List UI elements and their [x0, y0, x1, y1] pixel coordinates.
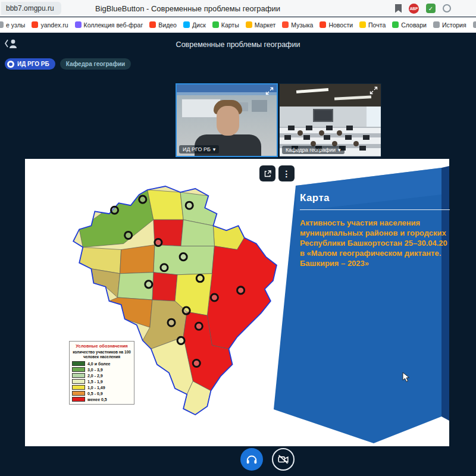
person-silhouette — [217, 106, 239, 136]
bookmark-item[interactable]: Музыка — [282, 21, 313, 29]
panel-divider — [300, 209, 450, 210]
legend-row: 2,0 - 2,9 — [72, 373, 131, 378]
webcam-name-dropdown[interactable]: ИД РГО РБ ▾ — [179, 145, 219, 154]
bookmark-label: Маркет — [255, 21, 276, 29]
bookmark-item[interactable]: Маркет — [246, 21, 276, 29]
mouse-cursor — [402, 372, 411, 383]
badge-label: Кафедра географии — [66, 61, 125, 67]
bookmark-label: е узлы — [6, 21, 25, 29]
bookmark-item[interactable]: Карты — [212, 21, 239, 29]
legend-row-label: 1,5 - 1,9 — [87, 380, 103, 384]
webcam-area: ИД РГО РБ ▾ — [176, 83, 381, 157]
profile-circle-icon[interactable] — [443, 4, 451, 12]
bookmark-item[interactable]: Коллекция веб-фраг — [75, 21, 143, 29]
favicon — [359, 21, 366, 28]
legend-subtitle: количество участников на 100 человек нас… — [72, 350, 131, 359]
address-bar[interactable]: bbb7.omgpu.ru — [1, 2, 61, 15]
webcam-id-rgo-rb[interactable]: ИД РГО РБ ▾ — [176, 83, 278, 157]
camera-off-button[interactable] — [272, 448, 295, 471]
legend-row-label: 2,0 - 2,9 — [87, 374, 103, 378]
bookmark-item[interactable]: Новости — [320, 21, 353, 29]
bookmark-item[interactable]: Диск — [183, 21, 206, 29]
legend-row-label: 0,5 - 0,9 — [87, 392, 103, 396]
favicon — [0, 21, 4, 28]
bookmark-label: Музыка — [291, 21, 313, 29]
monitor — [359, 146, 366, 151]
webcam-kafedra-geografii[interactable]: Кафедра географии ▾ — [279, 83, 381, 157]
chevron-down-icon: ▾ — [213, 146, 216, 152]
legend-row: 0,5 - 0,9 — [72, 391, 131, 396]
bookmark-label: Словари — [401, 21, 427, 29]
legend-row-label: 4,0 и более — [87, 362, 111, 366]
chevron-down-icon: ▾ — [338, 147, 341, 153]
slide-panel-text: Карта Активность участия населения муниц… — [300, 192, 450, 268]
legend-color-swatch — [72, 367, 85, 372]
adblock-extension-icon[interactable]: ABP — [409, 4, 419, 14]
bookmark-item[interactable]: Словари — [392, 21, 427, 29]
legend-color-swatch — [72, 391, 85, 396]
favicon — [392, 21, 399, 28]
legend-row-label: 3,0 - 3,9 — [87, 368, 103, 372]
legend-row: 4,0 и более — [72, 361, 131, 366]
slide-controls: ⋮ — [259, 165, 295, 181]
favicon — [32, 21, 38, 28]
webcam-name-dropdown[interactable]: Кафедра географии ▾ — [282, 146, 345, 154]
favicon — [282, 21, 289, 28]
bookmark-flag-icon[interactable] — [395, 4, 402, 13]
monitor — [326, 126, 333, 130]
bookmark-item[interactable]: Почта — [359, 21, 386, 29]
legend-rows: 4,0 и более 3,0 - 3,9 2,0 - 2,9 — [72, 361, 131, 402]
legend-row: менее 0,5 — [72, 397, 131, 402]
monitor — [346, 126, 353, 130]
webcam-name: ИД РГО РБ — [183, 146, 211, 152]
audio-indicator-icon — [7, 61, 14, 68]
audio-button[interactable] — [240, 448, 263, 471]
presentation-slide: ⋮ — [25, 159, 449, 446]
fullscreen-icon[interactable] — [369, 86, 378, 97]
bookmark-label: Видео — [158, 21, 177, 29]
slide-menu-button[interactable]: ⋮ — [278, 165, 295, 181]
shield-check-icon[interactable]: ✓ — [426, 4, 436, 13]
bookmark-label: Новости — [328, 21, 353, 29]
browser-topbar: bbb7.omgpu.ru BigBlueButton - Современны… — [0, 0, 476, 17]
legend-row: 1,0 - 1,49 — [72, 385, 131, 390]
legend-row: 3,0 - 3,9 — [72, 367, 131, 372]
person-head — [298, 130, 303, 136]
action-bar — [240, 448, 295, 471]
favicon — [149, 21, 156, 28]
breakout-badges: ИД РГО РБ Кафедра географии — [5, 58, 131, 70]
bookmark-item[interactable]: Настройки — [473, 21, 476, 29]
fullscreen-icon[interactable] — [265, 87, 274, 98]
legend-row-label: менее 0,5 — [87, 397, 107, 402]
open-external-button[interactable] — [259, 165, 275, 181]
legend-color-swatch — [72, 373, 85, 378]
bookmark-item[interactable]: Видео — [149, 21, 177, 29]
bookmark-item[interactable]: е узлы — [0, 21, 25, 29]
bookmark-item[interactable]: История — [433, 21, 466, 29]
badge-id-rgo-rb[interactable]: ИД РГО РБ — [5, 58, 55, 70]
legend-color-swatch — [72, 397, 85, 402]
person-head — [337, 130, 342, 136]
monitor — [324, 135, 330, 140]
bookmark-item[interactable]: yandex.ru — [32, 21, 68, 29]
favicon — [246, 21, 252, 28]
legend-row: 1,5 - 1,9 — [72, 379, 131, 384]
monitor — [345, 135, 352, 140]
legend-row-label: 1,0 - 1,49 — [87, 386, 105, 390]
favicon — [433, 21, 440, 28]
open-external-icon — [264, 170, 272, 178]
bookmark-label: Диск — [192, 21, 206, 29]
badge-kafedra-geografii[interactable]: Кафедра географии — [60, 58, 131, 70]
badge-label: ИД РГО РБ — [17, 61, 49, 67]
favicon — [75, 21, 82, 28]
favicon — [212, 21, 219, 28]
favicon — [320, 21, 326, 28]
person-head — [319, 130, 324, 136]
legend-title: Условные обозначения — [72, 343, 131, 349]
bookmark-label: yandex.ru — [40, 21, 68, 29]
scene-detail — [252, 100, 267, 112]
scene-detail — [177, 84, 277, 92]
monitor — [303, 135, 310, 140]
monitor — [363, 135, 369, 140]
map-legend: Условные обозначения количество участник… — [69, 341, 134, 405]
